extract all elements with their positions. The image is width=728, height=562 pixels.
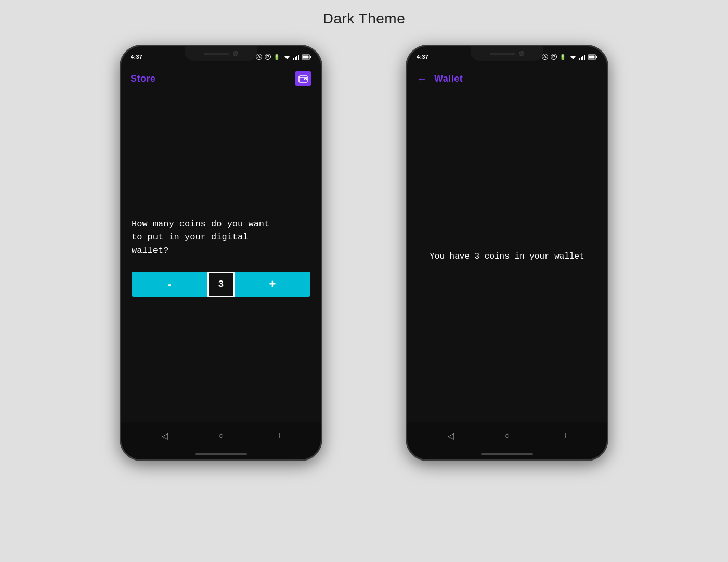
- nav-bar-right: ◁ ○ □: [407, 422, 607, 449]
- app-bar-left: Store: [121, 65, 321, 92]
- svg-rect-5: [298, 55, 299, 60]
- svg-rect-3: [295, 57, 296, 60]
- phone-left: 4:37 A P 🔋: [120, 45, 322, 461]
- coin-question-text: How many coins do you want to put in you…: [132, 218, 310, 258]
- status-icons-right: A P 🔋: [542, 54, 597, 60]
- svg-rect-16: [582, 56, 583, 60]
- wallet-icon-button[interactable]: [295, 71, 311, 86]
- phone-right: 4:37 A P 🔋: [406, 45, 608, 461]
- app-content-left: Store How many coins do you want to put …: [121, 65, 321, 422]
- svg-rect-4: [296, 56, 297, 60]
- svg-rect-15: [581, 57, 582, 60]
- indicator-p-right: P: [551, 54, 557, 60]
- gesture-line-right: [481, 453, 533, 455]
- speaker-right: [490, 53, 515, 55]
- plus-button[interactable]: +: [235, 272, 310, 297]
- nav-bar-left: ◁ ○ □: [121, 422, 321, 449]
- status-time-left: 4:37: [131, 54, 142, 60]
- recents-nav-left[interactable]: □: [268, 426, 287, 445]
- svg-rect-19: [596, 56, 597, 58]
- signal-icon-left: [293, 54, 300, 60]
- recents-nav-right[interactable]: □: [554, 426, 573, 445]
- battery-status-right: [588, 54, 597, 60]
- app-content-right: ← Wallet You have 3 coins in your wallet: [407, 65, 607, 422]
- store-title: Store: [131, 73, 156, 84]
- battery-icon-left: 🔋: [274, 54, 280, 60]
- battery-status-left: [302, 54, 311, 60]
- wallet-message-text: You have 3 coins in your wallet: [430, 250, 584, 264]
- camera-left: [233, 51, 238, 56]
- svg-rect-8: [303, 55, 309, 58]
- minus-button[interactable]: -: [132, 272, 207, 297]
- back-nav-right[interactable]: ◁: [441, 426, 460, 445]
- status-time-right: 4:37: [417, 54, 428, 60]
- wallet-screen-body: You have 3 coins in your wallet: [407, 92, 607, 422]
- wifi-icon-left: [283, 54, 291, 60]
- svg-rect-7: [310, 56, 311, 58]
- home-nav-right[interactable]: ○: [498, 426, 516, 445]
- camera-right: [519, 51, 524, 56]
- gesture-bar-right: [407, 449, 607, 459]
- counter-row: - 3 +: [132, 272, 310, 297]
- indicator-p: P: [265, 54, 271, 60]
- page-title: Dark Theme: [323, 10, 406, 27]
- notch-left: [185, 46, 257, 61]
- notch-right: [471, 46, 543, 61]
- counter-value-display: 3: [207, 272, 235, 297]
- wifi-icon-right: [569, 54, 577, 60]
- back-arrow-icon[interactable]: ←: [417, 73, 427, 85]
- svg-rect-2: [293, 58, 294, 60]
- svg-rect-17: [584, 55, 585, 60]
- gesture-line-left: [195, 453, 247, 455]
- speaker-left: [204, 53, 229, 55]
- svg-point-11: [305, 79, 306, 80]
- phones-container: 4:37 A P 🔋: [120, 45, 608, 461]
- store-screen-body: How many coins do you want to put in you…: [121, 92, 321, 422]
- back-nav-left[interactable]: ◁: [155, 426, 174, 445]
- svg-rect-14: [579, 58, 580, 60]
- battery-icon-right: 🔋: [560, 54, 566, 60]
- svg-rect-20: [589, 55, 595, 58]
- gesture-bar-left: [121, 449, 321, 459]
- signal-icon-right: [579, 54, 586, 60]
- home-nav-left[interactable]: ○: [212, 426, 230, 445]
- status-icons-left: A P 🔋: [256, 54, 311, 60]
- wallet-screen-title: Wallet: [434, 73, 463, 84]
- wallet-app-bar: ← Wallet: [407, 65, 607, 92]
